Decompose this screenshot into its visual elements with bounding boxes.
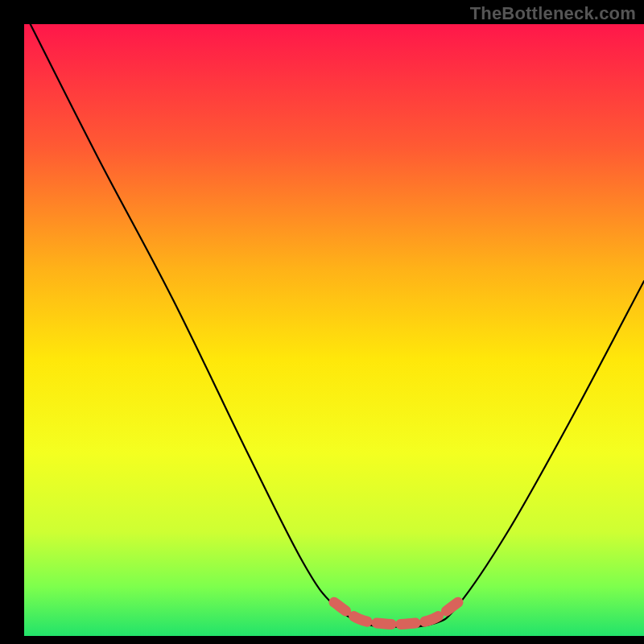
bottleneck-chart [0, 0, 644, 644]
plot-background [24, 24, 644, 636]
watermark-text: TheBottleneck.com [470, 3, 636, 24]
chart-frame: TheBottleneck.com [0, 0, 644, 644]
frame-left [0, 0, 24, 644]
frame-bottom [0, 636, 644, 644]
